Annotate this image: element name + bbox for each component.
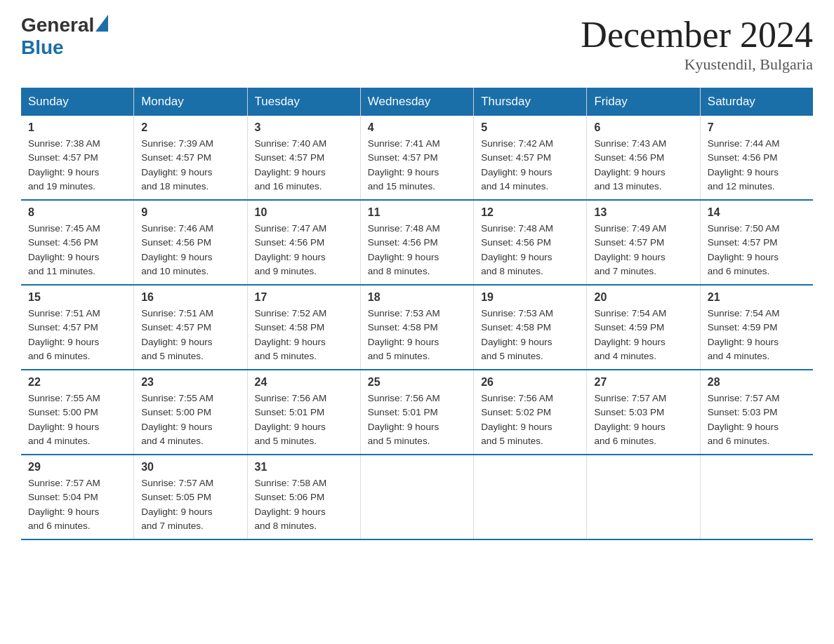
calendar-table: Sunday Monday Tuesday Wednesday Thursday… [21, 88, 813, 540]
calendar-cell: 31 Sunrise: 7:58 AM Sunset: 5:06 PM Dayl… [247, 455, 360, 539]
day-number: 12 [481, 206, 579, 219]
calendar-cell: 28 Sunrise: 7:57 AM Sunset: 5:03 PM Dayl… [700, 370, 813, 455]
day-number: 25 [368, 376, 466, 389]
calendar-cell: 8 Sunrise: 7:45 AM Sunset: 4:56 PM Dayli… [21, 200, 134, 285]
day-info: Sunrise: 7:57 AM Sunset: 5:03 PM Dayligh… [594, 391, 692, 448]
day-info: Sunrise: 7:58 AM Sunset: 5:06 PM Dayligh… [255, 476, 353, 533]
calendar-cell: 6 Sunrise: 7:43 AM Sunset: 4:56 PM Dayli… [587, 116, 700, 200]
calendar-cell [474, 455, 587, 539]
calendar-cell: 19 Sunrise: 7:53 AM Sunset: 4:58 PM Dayl… [474, 285, 587, 370]
calendar-cell: 30 Sunrise: 7:57 AM Sunset: 5:05 PM Dayl… [134, 455, 247, 539]
col-wednesday: Wednesday [360, 88, 473, 116]
col-friday: Friday [587, 88, 700, 116]
calendar-cell: 14 Sunrise: 7:50 AM Sunset: 4:57 PM Dayl… [700, 200, 813, 285]
calendar-week-row: 22 Sunrise: 7:55 AM Sunset: 5:00 PM Dayl… [21, 370, 813, 455]
logo-general-text: General [21, 14, 94, 36]
day-info: Sunrise: 7:56 AM Sunset: 5:02 PM Dayligh… [481, 391, 579, 448]
calendar-cell: 22 Sunrise: 7:55 AM Sunset: 5:00 PM Dayl… [21, 370, 134, 455]
col-thursday: Thursday [474, 88, 587, 116]
day-info: Sunrise: 7:54 AM Sunset: 4:59 PM Dayligh… [594, 307, 692, 363]
day-info: Sunrise: 7:39 AM Sunset: 4:57 PM Dayligh… [141, 137, 239, 194]
col-monday: Monday [134, 88, 247, 116]
day-number: 24 [255, 376, 353, 389]
day-info: Sunrise: 7:44 AM Sunset: 4:56 PM Dayligh… [708, 137, 806, 194]
calendar-cell: 18 Sunrise: 7:53 AM Sunset: 4:58 PM Dayl… [360, 285, 473, 370]
day-info: Sunrise: 7:43 AM Sunset: 4:56 PM Dayligh… [594, 137, 692, 194]
calendar-week-row: 29 Sunrise: 7:57 AM Sunset: 5:04 PM Dayl… [21, 455, 813, 539]
day-info: Sunrise: 7:51 AM Sunset: 4:57 PM Dayligh… [28, 307, 126, 363]
calendar-cell: 3 Sunrise: 7:40 AM Sunset: 4:57 PM Dayli… [247, 116, 360, 200]
day-info: Sunrise: 7:41 AM Sunset: 4:57 PM Dayligh… [368, 137, 466, 194]
day-info: Sunrise: 7:57 AM Sunset: 5:04 PM Dayligh… [28, 476, 126, 533]
col-saturday: Saturday [700, 88, 813, 116]
calendar-cell [587, 455, 700, 539]
logo-triangle-icon [95, 15, 108, 32]
page-subtitle: Kyustendil, Bulgaria [581, 55, 813, 74]
calendar-cell: 27 Sunrise: 7:57 AM Sunset: 5:03 PM Dayl… [587, 370, 700, 455]
day-info: Sunrise: 7:53 AM Sunset: 4:58 PM Dayligh… [481, 307, 579, 363]
day-number: 19 [481, 291, 579, 304]
day-number: 15 [28, 291, 126, 304]
calendar-cell: 4 Sunrise: 7:41 AM Sunset: 4:57 PM Dayli… [360, 116, 473, 200]
day-info: Sunrise: 7:45 AM Sunset: 4:56 PM Dayligh… [28, 222, 126, 279]
calendar-week-row: 8 Sunrise: 7:45 AM Sunset: 4:56 PM Dayli… [21, 200, 813, 285]
calendar-cell [360, 455, 473, 539]
day-number: 31 [255, 461, 353, 474]
day-info: Sunrise: 7:55 AM Sunset: 5:00 PM Dayligh… [28, 391, 126, 448]
day-info: Sunrise: 7:48 AM Sunset: 4:56 PM Dayligh… [481, 222, 579, 279]
day-number: 30 [141, 461, 239, 474]
day-number: 9 [141, 206, 239, 219]
day-number: 18 [368, 291, 466, 304]
day-info: Sunrise: 7:47 AM Sunset: 4:56 PM Dayligh… [255, 222, 353, 279]
calendar-week-row: 15 Sunrise: 7:51 AM Sunset: 4:57 PM Dayl… [21, 285, 813, 370]
day-info: Sunrise: 7:57 AM Sunset: 5:03 PM Dayligh… [708, 391, 806, 448]
logo: General Blue [21, 14, 108, 59]
day-number: 3 [255, 121, 353, 134]
title-block: December 2024 Kyustendil, Bulgaria [581, 14, 813, 74]
day-number: 11 [368, 206, 466, 219]
day-number: 6 [594, 121, 692, 134]
logo-blue-text: Blue [21, 36, 64, 58]
calendar-cell: 9 Sunrise: 7:46 AM Sunset: 4:56 PM Dayli… [134, 200, 247, 285]
day-number: 2 [141, 121, 239, 134]
col-tuesday: Tuesday [247, 88, 360, 116]
day-number: 4 [368, 121, 466, 134]
day-number: 28 [708, 376, 806, 389]
calendar-cell: 13 Sunrise: 7:49 AM Sunset: 4:57 PM Dayl… [587, 200, 700, 285]
calendar-cell: 20 Sunrise: 7:54 AM Sunset: 4:59 PM Dayl… [587, 285, 700, 370]
calendar-cell: 17 Sunrise: 7:52 AM Sunset: 4:58 PM Dayl… [247, 285, 360, 370]
calendar-cell: 11 Sunrise: 7:48 AM Sunset: 4:56 PM Dayl… [360, 200, 473, 285]
calendar-cell [700, 455, 813, 539]
calendar-cell: 2 Sunrise: 7:39 AM Sunset: 4:57 PM Dayli… [134, 116, 247, 200]
col-sunday: Sunday [21, 88, 134, 116]
day-number: 14 [708, 206, 806, 219]
calendar-cell: 25 Sunrise: 7:56 AM Sunset: 5:01 PM Dayl… [360, 370, 473, 455]
calendar-cell: 15 Sunrise: 7:51 AM Sunset: 4:57 PM Dayl… [21, 285, 134, 370]
calendar-header-row: Sunday Monday Tuesday Wednesday Thursday… [21, 88, 813, 116]
day-info: Sunrise: 7:49 AM Sunset: 4:57 PM Dayligh… [594, 222, 692, 279]
day-number: 16 [141, 291, 239, 304]
day-number: 22 [28, 376, 126, 389]
day-info: Sunrise: 7:56 AM Sunset: 5:01 PM Dayligh… [368, 391, 466, 448]
page-title: December 2024 [581, 14, 813, 55]
day-info: Sunrise: 7:40 AM Sunset: 4:57 PM Dayligh… [255, 137, 353, 194]
calendar-cell: 23 Sunrise: 7:55 AM Sunset: 5:00 PM Dayl… [134, 370, 247, 455]
calendar-cell: 1 Sunrise: 7:38 AM Sunset: 4:57 PM Dayli… [21, 116, 134, 200]
day-number: 8 [28, 206, 126, 219]
day-info: Sunrise: 7:53 AM Sunset: 4:58 PM Dayligh… [368, 307, 466, 363]
calendar-cell: 12 Sunrise: 7:48 AM Sunset: 4:56 PM Dayl… [474, 200, 587, 285]
calendar-cell: 29 Sunrise: 7:57 AM Sunset: 5:04 PM Dayl… [21, 455, 134, 539]
day-info: Sunrise: 7:48 AM Sunset: 4:56 PM Dayligh… [368, 222, 466, 279]
calendar-cell: 21 Sunrise: 7:54 AM Sunset: 4:59 PM Dayl… [700, 285, 813, 370]
day-info: Sunrise: 7:54 AM Sunset: 4:59 PM Dayligh… [708, 307, 806, 363]
day-number: 29 [28, 461, 126, 474]
day-number: 17 [255, 291, 353, 304]
calendar-cell: 24 Sunrise: 7:56 AM Sunset: 5:01 PM Dayl… [247, 370, 360, 455]
day-info: Sunrise: 7:55 AM Sunset: 5:00 PM Dayligh… [141, 391, 239, 448]
day-info: Sunrise: 7:52 AM Sunset: 4:58 PM Dayligh… [255, 307, 353, 363]
day-number: 20 [594, 291, 692, 304]
day-number: 7 [708, 121, 806, 134]
calendar-cell: 5 Sunrise: 7:42 AM Sunset: 4:57 PM Dayli… [474, 116, 587, 200]
calendar-week-row: 1 Sunrise: 7:38 AM Sunset: 4:57 PM Dayli… [21, 116, 813, 200]
day-info: Sunrise: 7:56 AM Sunset: 5:01 PM Dayligh… [255, 391, 353, 448]
